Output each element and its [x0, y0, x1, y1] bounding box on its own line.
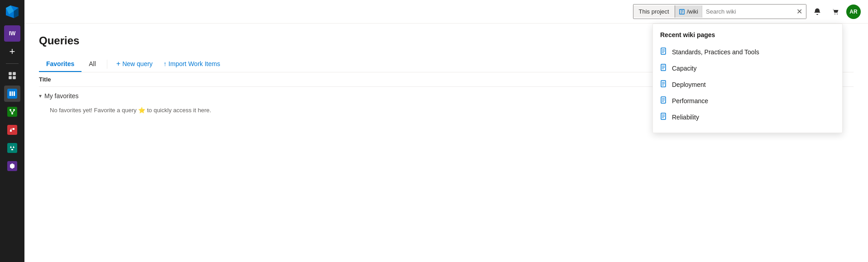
- import-icon: ↑: [163, 60, 167, 67]
- wiki-dropdown-title: Recent wiki pages: [653, 31, 842, 44]
- search-bar: This project /wiki ✕: [633, 4, 806, 19]
- sidebar-item-overview[interactable]: [4, 67, 20, 84]
- svg-point-5: [13, 109, 15, 111]
- sidebar: IW +: [0, 0, 24, 262]
- wiki-icon: [679, 9, 685, 15]
- basket-icon[interactable]: [828, 5, 843, 19]
- search-input[interactable]: [702, 5, 793, 18]
- notifications-icon[interactable]: [810, 5, 825, 19]
- new-query-label: New query: [122, 60, 153, 67]
- sidebar-item-pipelines[interactable]: [4, 122, 20, 138]
- plus-icon: +: [116, 60, 120, 68]
- svg-point-6: [11, 113, 13, 114]
- sidebar-item-boards[interactable]: [4, 86, 20, 102]
- main-content: This project /wiki ✕ AR Queries Favorite…: [24, 0, 868, 262]
- tab-favorites[interactable]: Favorites: [39, 57, 82, 72]
- wiki-page-icon: [660, 48, 667, 57]
- svg-rect-3: [13, 76, 16, 79]
- wiki-tag-label: /wiki: [687, 8, 698, 15]
- wiki-page-icon: [660, 113, 667, 122]
- my-favorites-label: My favorites: [44, 92, 78, 100]
- wiki-item-performance[interactable]: Performance: [653, 93, 842, 109]
- app-logo[interactable]: [4, 4, 20, 20]
- wiki-item-standards[interactable]: Standards, Practices and Tools: [653, 44, 842, 60]
- svg-point-14: [837, 14, 838, 14]
- wiki-item-label: Capacity: [672, 65, 696, 72]
- svg-rect-2: [9, 76, 12, 79]
- search-wiki-tag: /wiki: [675, 5, 702, 18]
- svg-rect-1: [13, 72, 16, 75]
- project-avatar[interactable]: IW: [4, 25, 20, 42]
- wiki-item-label: Performance: [672, 97, 708, 105]
- wiki-item-label: Reliability: [672, 114, 699, 121]
- wiki-item-deployment[interactable]: Deployment: [653, 76, 842, 93]
- import-label: Import Work Items: [168, 60, 220, 67]
- sidebar-item-repos[interactable]: [4, 104, 20, 120]
- search-clear-button[interactable]: ✕: [793, 5, 806, 19]
- sidebar-divider: [6, 63, 19, 64]
- tab-all[interactable]: All: [82, 57, 103, 72]
- wiki-item-label: Deployment: [672, 81, 706, 88]
- svg-line-8: [12, 111, 14, 113]
- sidebar-item-create[interactable]: +: [4, 43, 20, 60]
- wiki-page-icon: [660, 64, 667, 73]
- wiki-page-icon: [660, 96, 667, 105]
- svg-rect-0: [9, 72, 12, 75]
- svg-point-4: [10, 109, 11, 111]
- svg-point-13: [834, 14, 835, 14]
- col-title-header: Title: [39, 76, 718, 83]
- sidebar-item-artifacts[interactable]: [4, 158, 20, 174]
- search-project-button[interactable]: This project: [633, 5, 675, 18]
- new-query-button[interactable]: + New query: [111, 56, 158, 72]
- svg-line-7: [10, 111, 12, 113]
- wiki-item-capacity[interactable]: Capacity: [653, 60, 842, 76]
- tab-divider: [107, 60, 107, 69]
- wiki-page-icon: [660, 80, 667, 89]
- user-avatar[interactable]: AR: [846, 5, 861, 19]
- wiki-item-reliability[interactable]: Reliability: [653, 109, 842, 125]
- sidebar-item-testplans[interactable]: [4, 140, 20, 156]
- topbar: This project /wiki ✕ AR: [24, 0, 868, 24]
- wiki-dropdown: Recent wiki pages Standards, Practices a…: [652, 24, 843, 133]
- chevron-down-icon: ▾: [39, 93, 42, 99]
- import-work-items-button[interactable]: ↑ Import Work Items: [158, 57, 225, 72]
- wiki-item-label: Standards, Practices and Tools: [672, 48, 759, 56]
